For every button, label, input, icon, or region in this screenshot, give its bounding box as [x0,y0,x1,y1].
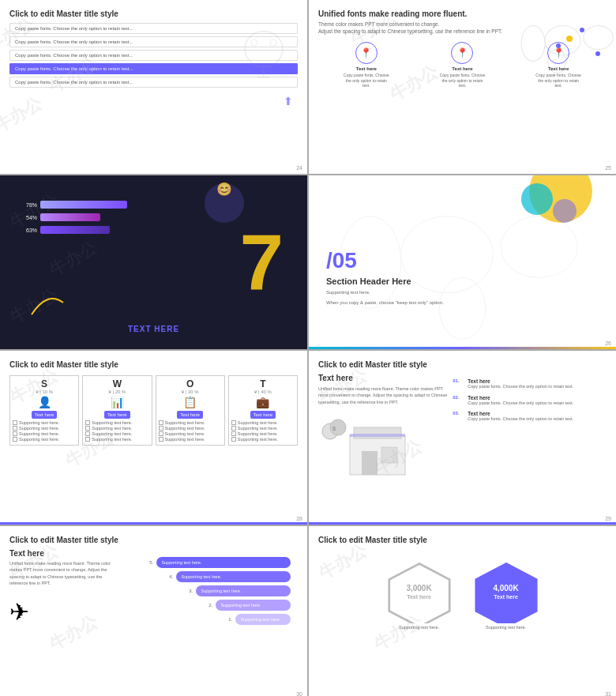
stair-label-4: 4. [169,574,173,579]
slide-4: /05 Section Header Here Supporting text … [309,175,616,349]
svg-point-0 [245,32,283,67]
hex-1: 3,000K Text here [384,560,455,623]
swot-o-btn[interactable]: Text here [177,411,203,419]
slide-7-layout: Text here Unified fonts make reading mor… [9,549,298,628]
num-content-2: Text here Copy paste fonts. Choose the o… [468,395,573,407]
icon-2-label: Text here [438,66,486,71]
icon-1-label: Text here [343,66,390,71]
num-label-1: 01. [453,378,465,383]
svg-point-12 [439,277,485,339]
stair-5: 1. Supporting text here. [124,614,291,625]
slide-5-number: 28 [296,516,302,521]
swot-t-icon: 💼 [231,396,295,408]
text-here-label: TEXT HERE [128,325,179,333]
swot-t-price: ¥ | 40 % [231,389,295,394]
swot-w-check-4: Supporting text here. [85,437,148,442]
stair-3: 3. Supporting text here. [124,585,291,596]
numbered-list: 01. Text here Copy paste fonts. Choose t… [453,378,603,423]
swot-t-letter: T [231,378,295,389]
swot-s-check-1: Supporting text here. [13,420,76,425]
slide-6: 牛办公 牛办公 Click to edit Master title style… [309,351,616,525]
icon-col-1: 📍 Text here Copy paste fonts. Choose the… [343,42,390,88]
num-title-2: Text here [468,395,573,401]
swot-o-check-2: Supporting text here. [159,426,222,431]
num-text-2: Copy paste fonts. Choose the only option… [468,401,573,407]
num-label-2: 02. [453,395,465,400]
slide-7-title: Click to edit Master title style [9,536,298,544]
swot-o-price: ¥ | 30 % [159,389,222,394]
swot-w-btn[interactable]: Text here [104,411,130,419]
slide-7-number: 30 [296,691,302,696]
upload-icon: ⬆ [284,95,293,107]
swot-t-btn[interactable]: Text here [250,411,276,419]
swot-s-btn[interactable]: Text here [32,411,58,419]
stair-2: 4. Supporting text here. [124,571,291,582]
swot-o-icon: 📋 [159,396,222,408]
swot-s-price: ¥ | 10 % [13,389,76,394]
slide-8: 牛办公 牛办公 Click to edit Master title style… [309,526,616,696]
svg-text:$: $ [332,425,336,432]
slide-8-number: 31 [605,691,611,696]
num-title-3: Text here [468,411,573,416]
slide-6-body: Unified fonts make reading more fluent. … [318,386,448,405]
bottom-bar [309,347,616,349]
numbered-item-1: 01. Text here Copy paste fonts. Choose t… [453,378,603,390]
swot-w-price: ¥ | 20 % [85,389,148,394]
hexagon-group: 3,000K Text here Supporting text here. 4… [318,560,607,630]
swot-w-check-3: Supporting text here. [85,431,148,436]
swot-w-icon: 📊 [85,396,148,408]
swot-o-check-3: Supporting text here. [159,431,222,436]
svg-point-3 [251,40,257,46]
slide-4-number: 26 [605,340,611,346]
swot-o-letter: O [159,378,222,389]
svg-rect-19 [381,447,397,463]
stair-bar-4: Supporting text here. [176,571,291,582]
hex-2-content: 4,000K Text here [493,584,518,600]
slide-6-title: Click to edit Master title style [318,360,607,369]
svg-point-5 [521,26,545,62]
slide-5: 牛办公 牛办公 Click to edit Master title style… [0,351,307,525]
svg-point-6 [545,26,580,56]
slide-7-left: Text here Unified fonts make reading mor… [9,549,119,628]
icon-col-2: 📍 Text here Copy paste fonts. Choose the… [438,42,486,88]
icon-2: 📍 [451,42,473,64]
swot-t-check-2: Supporting text here. [231,426,295,431]
slide-6-right: 01. Text here Copy paste fonts. Choose t… [453,374,603,486]
hex-wrap-2: 4,000K Text here Supporting text here. [471,560,542,630]
slide-6-left: Text here Unified fonts make reading mor… [318,374,448,486]
store-illustration: $ [318,412,448,486]
swot-w: W ¥ | 20 % 📊 Text here Supporting text h… [82,375,152,446]
swot-o: O ¥ | 30 % 📋 Text here Supporting text h… [156,375,225,446]
slide-1-title: Click to edit Master title style [9,9,298,18]
plane-icon: ✈ [9,598,119,626]
swot-t: T ¥ | 40 % 💼 Text here Supporting text h… [228,375,298,446]
staircase: 5. Supporting text here. 4. Supporting t… [124,557,291,625]
swot-s-check-4: Supporting text here. [13,437,76,442]
swot-o-check-1: Supporting text here. [159,420,222,425]
brain-illustration [232,24,295,87]
curve-decoration [24,287,71,322]
svg-point-9 [340,216,401,309]
swot-s-icon: 👤 [13,396,76,408]
swot-grid: S ¥ | 10 % 👤 Text here Supporting text h… [9,375,298,446]
numbered-item-2: 02. Text here Copy paste fonts. Choose t… [453,395,603,407]
stair-1: 5. Supporting text here. [124,557,291,568]
hex-2-title: Text here [493,594,518,600]
hex-1-title: Text here [406,594,431,600]
stair-bar-3: Supporting text here. [196,585,291,596]
swot-w-check-1: Supporting text here. [85,420,148,425]
svg-point-8 [548,50,566,73]
svg-point-4 [270,40,276,46]
num-label-3: 03. [453,411,465,416]
world-map [498,8,616,79]
stair-4: 2. Supporting text here. [124,600,291,611]
stair-bar-5: Supporting text here. [156,557,291,568]
large-number-7: 7 [239,223,284,302]
slide-6-layout: Text here Unified fonts make reading mor… [318,374,607,486]
slide-3: 牛办公 牛办公 牛办公 😊 78% 54% 63% 7 [0,175,307,349]
world-map-bg [309,175,616,349]
num-text-3: Copy paste fonts. Choose the only option… [468,416,573,423]
slide-1: 牛办公 牛办公 牛办公 Click to edit Master title s… [0,0,307,174]
slide-7-right: 5. Supporting text here. 4. Supporting t… [124,549,291,628]
swot-t-check-4: Supporting text here. [231,437,295,442]
